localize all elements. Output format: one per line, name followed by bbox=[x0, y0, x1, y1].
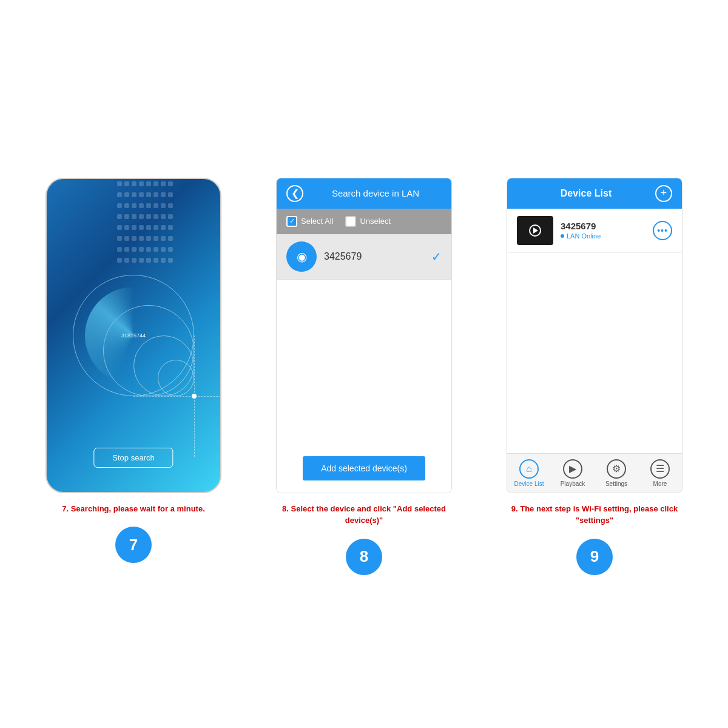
lan-status-label: LAN Online bbox=[567, 232, 601, 240]
nav-device-list[interactable]: ⌂ Device List bbox=[507, 454, 551, 493]
nav-playback-label: Playback bbox=[561, 480, 585, 487]
empty-area-8 bbox=[277, 280, 451, 444]
step-9-number: 9 bbox=[576, 539, 613, 575]
unselect-item[interactable]: Unselect bbox=[345, 216, 391, 227]
header-9: Device List + bbox=[507, 178, 682, 209]
unselect-label: Unselect bbox=[360, 217, 391, 226]
device-thumbnail bbox=[517, 216, 553, 245]
step-7-block: 31815744 Stop search 7. Searching, pleas… bbox=[30, 178, 237, 564]
step-8-block: ❮ Search device in LAN ✓ Select All Unse… bbox=[261, 178, 467, 575]
device-info-9: 3425679 LAN Online bbox=[561, 221, 645, 240]
nav-device-list-label: Device List bbox=[514, 480, 544, 487]
more-icon: ☰ bbox=[650, 459, 670, 479]
play-icon bbox=[529, 224, 541, 237]
playback-icon: ▶ bbox=[563, 459, 582, 479]
add-selected-button[interactable]: Add selected device(s) bbox=[303, 456, 425, 480]
nav-playback[interactable]: ▶ Playback bbox=[551, 454, 595, 493]
device-id-8: 3425679 bbox=[324, 251, 424, 262]
step-9-block: Device List + 3425679 LAN Online bbox=[491, 178, 698, 575]
settings-icon: ⚙ bbox=[607, 459, 626, 479]
play-triangle bbox=[533, 228, 538, 234]
camera-icon: ◉ bbox=[297, 249, 307, 264]
select-all-item[interactable]: ✓ Select All bbox=[286, 216, 333, 227]
nav-more-label: More bbox=[653, 480, 667, 487]
home-icon: ⌂ bbox=[519, 459, 539, 479]
add-device-button[interactable]: + bbox=[655, 185, 672, 202]
add-btn-wrap: Add selected device(s) bbox=[277, 444, 451, 493]
device-row-8[interactable]: ◉ 3425679 ✓ bbox=[277, 234, 451, 280]
back-button[interactable]: ❮ bbox=[286, 185, 303, 202]
step-9-caption: 9. The next step is Wi-Fi setting, pleas… bbox=[510, 503, 679, 527]
step-7-caption: 7. Searching, please wait for a minute. bbox=[62, 503, 205, 515]
search-lan-title: Search device in LAN bbox=[309, 188, 442, 198]
step-8-caption: 8. Select the device and click "Add sele… bbox=[279, 503, 449, 527]
unselect-checkbox[interactable] bbox=[345, 216, 356, 227]
device-row-9[interactable]: 3425679 LAN Online ••• bbox=[507, 209, 682, 253]
select-all-checkbox[interactable]: ✓ bbox=[286, 216, 297, 227]
selected-check-icon: ✓ bbox=[431, 249, 442, 264]
content-area-9 bbox=[507, 253, 682, 453]
phone-8: ❮ Search device in LAN ✓ Select All Unse… bbox=[276, 178, 452, 493]
select-all-label: Select All bbox=[301, 217, 333, 226]
nav-more[interactable]: ☰ More bbox=[638, 454, 682, 493]
online-dot-icon bbox=[561, 234, 564, 238]
lan-online-status: LAN Online bbox=[561, 232, 645, 240]
more-options-button[interactable]: ••• bbox=[653, 221, 672, 240]
phone-9: Device List + 3425679 LAN Online bbox=[507, 178, 682, 493]
nav-settings[interactable]: ⚙ Settings bbox=[595, 454, 638, 493]
more-dots-icon: ••• bbox=[657, 226, 668, 235]
phone-7: 31815744 Stop search bbox=[46, 178, 221, 493]
device-list-title: Device List bbox=[517, 188, 655, 199]
step-7-number: 7 bbox=[115, 527, 152, 563]
nav-settings-label: Settings bbox=[605, 480, 627, 487]
camera-icon-wrap: ◉ bbox=[286, 241, 317, 272]
header-8: ❮ Search device in LAN bbox=[277, 178, 451, 209]
bottom-nav: ⌂ Device List ▶ Playback ⚙ Settings ☰ Mo… bbox=[507, 453, 682, 493]
device-id-9: 3425679 bbox=[561, 221, 645, 231]
stop-search-button[interactable]: Stop search bbox=[93, 448, 173, 468]
check-mark-icon: ✓ bbox=[289, 217, 295, 225]
toolbar-8: ✓ Select All Unselect bbox=[277, 209, 451, 234]
step-8-number: 8 bbox=[346, 539, 382, 575]
device-label-7: 31815744 bbox=[121, 332, 146, 339]
